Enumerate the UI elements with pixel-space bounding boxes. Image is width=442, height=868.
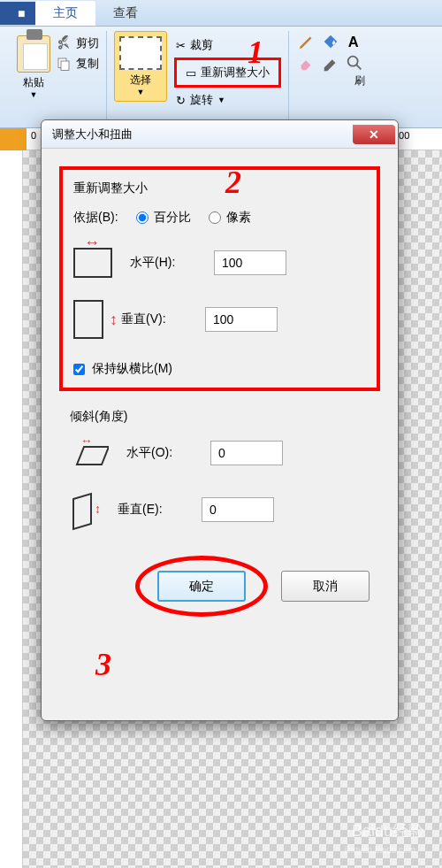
- skew-h-input[interactable]: [210, 441, 283, 465]
- paste-icon: [17, 35, 50, 73]
- resize-title: 重新调整大小: [73, 181, 366, 196]
- resize-button[interactable]: ▭ 重新调整大小: [174, 58, 281, 88]
- view-tab[interactable]: 查看: [95, 1, 156, 26]
- brush-label: 刷: [296, 73, 365, 88]
- close-button[interactable]: ✕: [353, 125, 395, 144]
- annotation-2: 2: [225, 164, 241, 201]
- vert-label: 垂直(V):: [121, 311, 187, 327]
- svg-line-4: [356, 65, 362, 70]
- pencil-icon[interactable]: [296, 31, 317, 52]
- rotate-button[interactable]: ↻ 旋转 ▼: [174, 90, 281, 110]
- vert-input[interactable]: [205, 307, 278, 332]
- ribbon-tabs: ■ 主页 查看: [0, 0, 442, 27]
- resize-section: 重新调整大小 依据(B): 百分比 像素 水平(H): 垂直(V):: [59, 166, 380, 391]
- svg-rect-1: [61, 61, 69, 71]
- paste-label: 粘贴: [23, 75, 44, 90]
- select-icon: [119, 36, 162, 70]
- horiz-label: 水平(H):: [130, 255, 196, 271]
- skew-v-label: 垂直(E):: [118, 502, 184, 518]
- paste-button[interactable]: 粘贴 ▼: [11, 31, 56, 104]
- pixel-radio[interactable]: [209, 211, 221, 224]
- copy-button[interactable]: 复制: [56, 56, 99, 72]
- copy-icon: [56, 56, 72, 72]
- resize-dialog: 调整大小和扭曲 ✕ 重新调整大小 依据(B): 百分比 像素 水平(H):: [41, 119, 399, 721]
- annotation-1: 1: [248, 34, 263, 71]
- by-label: 依据(B):: [73, 210, 118, 226]
- ok-highlight: 确定: [135, 556, 268, 617]
- svg-marker-7: [73, 494, 91, 529]
- dialog-title: 调整大小和扭曲: [52, 127, 133, 142]
- clipboard-group: 粘贴 ▼ 剪切 复制: [4, 31, 107, 123]
- aspect-checkbox[interactable]: [73, 364, 85, 375]
- annotation-3: 3: [95, 646, 111, 683]
- ok-button[interactable]: 确定: [157, 571, 246, 602]
- file-tab[interactable]: ■: [0, 2, 35, 25]
- tools-group: A 刷: [289, 31, 372, 123]
- svg-text:A: A: [348, 34, 359, 50]
- fill-icon[interactable]: [320, 31, 341, 52]
- skew-h-icon: ↔: [70, 438, 109, 468]
- home-tab[interactable]: 主页: [35, 1, 95, 26]
- cut-icon: [56, 35, 72, 51]
- watermark-sub: jingyan.baidu.com: [344, 845, 415, 855]
- skew-title: 倾斜(角度): [70, 409, 370, 425]
- ribbon-content: 粘贴 ▼ 剪切 复制 选择 ▼: [0, 27, 442, 128]
- resize-icon: ▭: [186, 66, 196, 80]
- aspect-label: 保持纵横比(M): [92, 361, 172, 377]
- eraser-icon[interactable]: [296, 52, 317, 73]
- percent-radio[interactable]: [136, 211, 149, 224]
- vert-icon: [73, 300, 103, 339]
- text-icon[interactable]: A: [344, 31, 365, 52]
- select-button[interactable]: 选择 ▼: [114, 31, 167, 102]
- svg-text:↔: ↔: [80, 438, 93, 448]
- skew-h-label: 水平(O):: [126, 445, 193, 461]
- skew-section: 倾斜(角度) ↔ 水平(O): ↕ 垂直(E):: [59, 409, 380, 529]
- cut-button[interactable]: 剪切: [56, 35, 99, 51]
- rotate-icon: ↻: [176, 94, 186, 107]
- zoom-icon[interactable]: [344, 52, 365, 73]
- dialog-titlebar[interactable]: 调整大小和扭曲 ✕: [42, 120, 398, 149]
- watermark: Baidu经验: [352, 820, 424, 841]
- skew-v-icon: ↕: [70, 490, 100, 529]
- picker-icon[interactable]: [320, 52, 341, 73]
- crop-icon: ✂: [176, 39, 186, 52]
- horiz-icon: [73, 248, 112, 278]
- cancel-button[interactable]: 取消: [281, 571, 370, 602]
- skew-v-input[interactable]: [202, 497, 274, 522]
- svg-text:↕: ↕: [95, 502, 101, 516]
- crop-button[interactable]: ✂ 裁剪: [174, 35, 281, 55]
- horiz-input[interactable]: [214, 250, 286, 275]
- svg-marker-5: [77, 447, 109, 465]
